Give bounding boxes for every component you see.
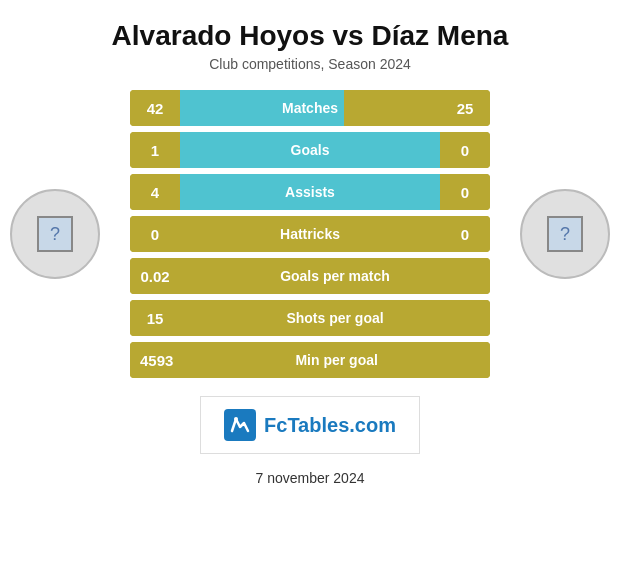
stat-bar-area-5: Shots per goal — [180, 300, 490, 336]
logo-box[interactable]: FcTables.com — [200, 396, 420, 454]
stat-row-4: 0.02Goals per match — [130, 258, 490, 294]
stat-right-value-2: 0 — [440, 174, 490, 210]
avatar-left: ? — [10, 189, 100, 279]
stat-left-value-4: 0.02 — [130, 258, 180, 294]
date-text: 7 november 2024 — [256, 470, 365, 486]
svg-point-1 — [234, 417, 238, 421]
stat-label-2: Assists — [285, 184, 335, 200]
page-wrapper: Alvarado Hoyos vs Díaz Mena Club competi… — [0, 0, 620, 506]
page-title: Alvarado Hoyos vs Díaz Mena — [92, 20, 529, 52]
stat-row-6: 4593Min per goal — [130, 342, 490, 378]
stat-bar-area-6: Min per goal — [183, 342, 490, 378]
logo-text: FcTables.com — [264, 414, 396, 437]
stat-label-0: Matches — [282, 100, 338, 116]
avatar-right: ? — [520, 189, 610, 279]
stat-row-0: 42Matches25 — [130, 90, 490, 126]
stat-left-value-5: 15 — [130, 300, 180, 336]
logo-icon — [224, 409, 256, 441]
logo-suffix: .com — [349, 414, 396, 436]
stat-left-value-3: 0 — [130, 216, 180, 252]
comparison-area: ? 42Matches251Goals04Assists00Hattricks0… — [0, 90, 620, 378]
stat-left-value-2: 4 — [130, 174, 180, 210]
stat-bar-area-1: Goals — [180, 132, 440, 168]
stat-left-value-1: 1 — [130, 132, 180, 168]
logo-fc: Fc — [264, 414, 287, 436]
stat-row-2: 4Assists0 — [130, 174, 490, 210]
stat-left-value-6: 4593 — [130, 342, 183, 378]
stats-container: 42Matches251Goals04Assists00Hattricks00.… — [130, 90, 490, 378]
avatar-left-icon: ? — [37, 216, 73, 252]
stat-right-value-3: 0 — [440, 216, 490, 252]
logo-tables: Tables — [287, 414, 349, 436]
stat-label-5: Shots per goal — [286, 310, 383, 326]
page-subtitle: Club competitions, Season 2024 — [209, 56, 411, 72]
stat-label-4: Goals per match — [280, 268, 390, 284]
stat-left-value-0: 42 — [130, 90, 180, 126]
stat-label-3: Hattricks — [280, 226, 340, 242]
stat-row-5: 15Shots per goal — [130, 300, 490, 336]
stat-label-1: Goals — [291, 142, 330, 158]
stat-bar-area-3: Hattricks — [180, 216, 440, 252]
stat-right-value-1: 0 — [440, 132, 490, 168]
stat-bar-area-4: Goals per match — [180, 258, 490, 294]
stat-row-1: 1Goals0 — [130, 132, 490, 168]
stat-label-6: Min per goal — [295, 352, 377, 368]
stat-row-3: 0Hattricks0 — [130, 216, 490, 252]
stat-right-value-0: 25 — [440, 90, 490, 126]
stat-bar-area-2: Assists — [180, 174, 440, 210]
stat-bar-area-0: Matches — [180, 90, 440, 126]
avatar-right-icon: ? — [547, 216, 583, 252]
